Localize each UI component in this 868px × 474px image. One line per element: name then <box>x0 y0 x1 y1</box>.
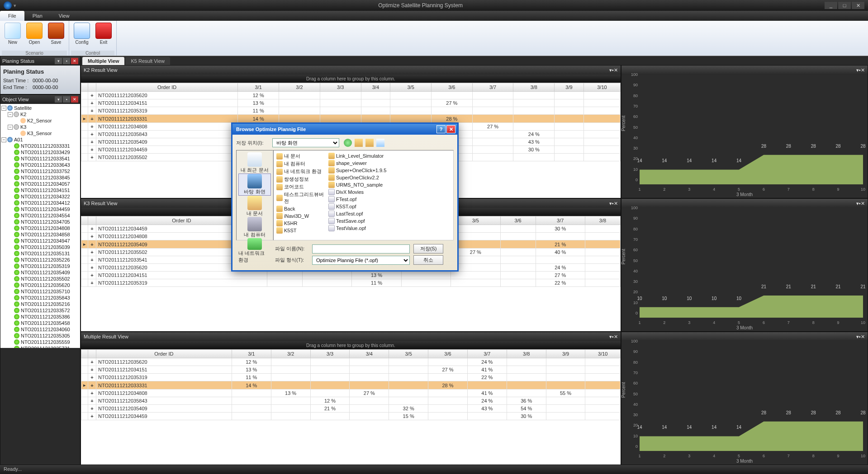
file-item[interactable]: iNavi3D_W <box>275 212 327 220</box>
mult-view-title: Multiple Result View <box>84 334 128 339</box>
panel-close-icon[interactable]: ✕ <box>861 67 865 73</box>
mult-chart-view: ▾▪✕ Percent01020304050607080901001234567… <box>621 332 868 465</box>
file-icon <box>328 218 335 224</box>
file-item[interactable]: TestSave.opf <box>327 217 379 225</box>
back-icon[interactable] <box>344 139 352 147</box>
file-item[interactable]: Link_Level_Simulator <box>327 152 379 160</box>
place-desktop[interactable]: 바탕 화면 <box>238 174 271 196</box>
file-item[interactable]: shape_viewer <box>327 160 379 167</box>
k3-chart: 0102030405060708090100123456789101010101… <box>640 212 863 318</box>
status-bar: Ready... <box>0 465 868 474</box>
panel-close-icon[interactable]: ✕ <box>71 96 78 103</box>
tab-multiple-view[interactable]: Multiple View <box>82 57 124 65</box>
k2-view-title: K2 Result View <box>84 67 117 73</box>
up-icon[interactable] <box>355 139 363 147</box>
maximize-button[interactable]: □ <box>838 2 851 9</box>
folder-icon <box>276 184 283 190</box>
group-hint[interactable]: Drag a column here to group by this colu… <box>81 341 621 349</box>
dialog-help-icon[interactable]: ? <box>436 125 446 133</box>
place-recent[interactable]: 내 최근 문서 <box>238 152 271 174</box>
file-item[interactable]: 쌍생성정보 <box>275 175 327 183</box>
panel-close-icon[interactable]: ✕ <box>861 334 865 340</box>
file-item[interactable]: K5HR <box>275 220 327 227</box>
object-view-panel: Object View▾▪✕ −Satellite−K2K2_Sensor−K3… <box>0 94 81 465</box>
panel-dropdown-icon[interactable]: ▾ <box>55 58 62 64</box>
cancel-dialog-button[interactable]: 취소 <box>413 255 443 265</box>
file-item[interactable]: SuperOneClickv2.2 <box>327 174 379 181</box>
minimize-button[interactable]: _ <box>825 2 837 9</box>
file-item[interactable]: FTest.opf <box>327 196 379 203</box>
exit-icon <box>95 23 112 39</box>
folder-icon <box>328 153 335 159</box>
k3-view-title: K3 Result View <box>84 201 117 206</box>
status-text: Ready... <box>4 466 22 472</box>
start-time-value: 0000-00-00 <box>33 78 58 83</box>
file-item[interactable]: K5ST.opf <box>327 203 379 210</box>
file-item[interactable]: K5ST <box>275 227 327 234</box>
app-title: Optimize Satellite Planning System <box>16 2 825 9</box>
file-item[interactable]: 내 문서 <box>275 152 327 160</box>
save-button[interactable]: Save <box>45 22 67 46</box>
tab-file[interactable]: File <box>0 11 24 21</box>
dialog-title: Browse Optimize Plannig File <box>236 127 306 132</box>
planing-heading: Planing Status <box>3 68 77 75</box>
panel-close-icon[interactable]: ✕ <box>71 58 78 64</box>
file-item[interactable]: 내 네트워크 환경 <box>275 168 327 175</box>
new-button[interactable]: New <box>2 22 24 46</box>
folder-icon <box>328 167 335 174</box>
panel-close-icon[interactable]: ✕ <box>614 201 618 206</box>
file-item[interactable]: DivX Movies <box>327 188 379 196</box>
file-item[interactable]: TestValue.opf <box>327 225 379 232</box>
view-tabs: Multiple View K5 Result View <box>81 56 868 65</box>
file-item[interactable]: Super+OneClick+1.9.5 <box>327 167 379 174</box>
folder-icon <box>328 160 335 166</box>
new-folder-icon[interactable] <box>365 139 374 147</box>
config-button[interactable]: Config <box>71 22 93 46</box>
place-computer[interactable]: 내 컴퓨터 <box>238 217 271 238</box>
svg-marker-2 <box>640 422 863 451</box>
panel-close-icon[interactable]: ✕ <box>861 201 865 206</box>
panel-close-icon[interactable]: ✕ <box>614 334 618 340</box>
close-button[interactable]: ✕ <box>852 2 864 9</box>
panel-dropdown-icon[interactable]: ▾ <box>55 96 62 103</box>
chart-ylabel: Percent <box>621 115 626 131</box>
panel-pin-icon[interactable]: ▪ <box>63 58 70 64</box>
open-icon <box>26 23 43 39</box>
open-button[interactable]: Open <box>24 22 45 46</box>
panel-pin-icon[interactable]: ▪ <box>63 96 70 103</box>
folder-icon <box>276 220 283 226</box>
file-item[interactable]: 내 컴퓨터 <box>275 160 327 168</box>
group-hint[interactable]: Drag a column here to group by this colu… <box>81 75 621 83</box>
folder-icon <box>276 176 283 183</box>
file-item[interactable]: Back <box>275 205 327 212</box>
object-tree[interactable]: −Satellite−K2K2_Sensor−K3K3_Sensor−A01NT… <box>0 104 80 348</box>
place-network[interactable]: 내 네트워크 환경 <box>238 238 271 263</box>
file-list[interactable]: 내 문서내 컴퓨터내 네트워크 환경쌍생성정보코어코드테스트그리드뷰버전Back… <box>273 150 454 240</box>
object-view-title: Object View <box>2 97 29 102</box>
titlebar: ▾ Optimize Satellite Planning System _ □… <box>0 0 868 11</box>
filename-input[interactable] <box>312 244 410 253</box>
start-time-label: Start Time : <box>3 78 33 83</box>
filetype-select[interactable]: Optimize Plannig File (*.opf) <box>312 256 410 265</box>
file-item[interactable]: URMS_NTO_sample <box>327 181 379 188</box>
svg-marker-1 <box>640 296 863 318</box>
mult-grid[interactable]: Order ID3/13/23/33/43/53/63/73/83/93/10+… <box>81 349 621 420</box>
mult-chart: 0102030405060708090100123456789101414141… <box>640 346 863 451</box>
tab-plan[interactable]: Plan <box>24 11 51 21</box>
file-item[interactable]: 코어코드 <box>275 183 327 191</box>
save-dialog-button[interactable]: 저장(S) <box>413 244 443 253</box>
exit-button[interactable]: Exit <box>93 22 114 46</box>
panel-close-icon[interactable]: ✕ <box>614 67 618 73</box>
location-select[interactable]: 바탕 화면 <box>272 138 339 147</box>
file-icon <box>328 225 335 231</box>
chart-xlabel: 3 Month <box>736 459 753 464</box>
file-item[interactable]: 테스트그리드뷰버전 <box>275 191 327 205</box>
file-icon <box>328 211 335 217</box>
view-mode-icon[interactable] <box>376 139 384 147</box>
file-item[interactable]: LastTest.opf <box>327 210 379 217</box>
tab-view[interactable]: View <box>51 11 78 21</box>
dialog-close-icon[interactable]: ✕ <box>446 125 455 133</box>
chart-xlabel: 3 Month <box>736 325 753 330</box>
place-docs[interactable]: 내 문서 <box>238 196 271 217</box>
tab-k5-result[interactable]: K5 Result View <box>125 57 170 65</box>
